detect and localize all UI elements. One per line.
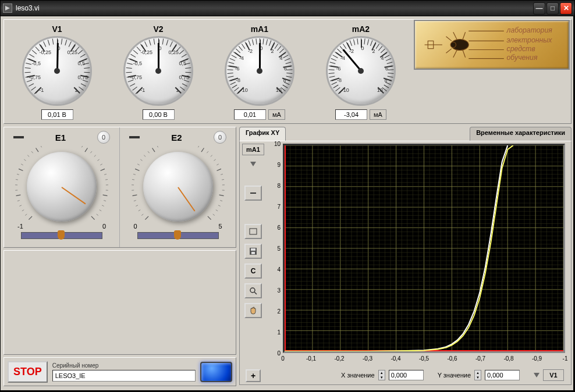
- svg-line-85: [201, 148, 204, 152]
- gauge-unit[interactable]: мА: [370, 109, 386, 120]
- svg-line-21: [22, 210, 24, 211]
- svg-line-90: [216, 169, 221, 170]
- svg-line-8: [463, 32, 466, 40]
- gauge-readout: 0,00 B: [143, 109, 175, 120]
- clear-button[interactable]: C: [244, 263, 262, 279]
- logo-plate: лаборатория электронных средств обучения: [414, 20, 570, 70]
- save-icon: [249, 247, 258, 256]
- x-axis-ticks: 0-0,1-0,2-0,3-0,4-0,5-0,6-0,7-0,8-0,9-1: [283, 354, 565, 367]
- knob-slider[interactable]: [137, 232, 219, 239]
- svg-line-100: [207, 216, 211, 220]
- graph-tabs: График XY Временные характеристики: [239, 127, 572, 141]
- maximize-button[interactable]: □: [546, 2, 559, 15]
- plot-wrapper: 012345678910 0-0,1-0,2-0,3-0,4-0,5-0,6-0…: [267, 141, 571, 384]
- svg-line-23: [17, 200, 20, 201]
- empty-panel: [3, 250, 236, 355]
- svg-line-9: [453, 50, 457, 58]
- knob-dial[interactable]: [27, 152, 97, 222]
- status-led: [200, 362, 232, 382]
- svg-text:электронных: электронных: [507, 36, 553, 44]
- knob-min: -1: [17, 223, 23, 230]
- app-icon: [3, 3, 12, 13]
- svg-line-76: [157, 146, 158, 147]
- svg-line-5: [446, 37, 451, 41]
- y-stepper[interactable]: ▲▼: [474, 370, 481, 380]
- gauge-face: -1-0,75-0,5-0,2500,250,50,751: [22, 36, 92, 106]
- x-axis-selector[interactable]: V1: [543, 369, 564, 381]
- chevron-down-icon[interactable]: [534, 373, 539, 377]
- gauge-readout: -3,04: [335, 109, 367, 120]
- add-plot-button[interactable]: +: [246, 369, 261, 382]
- svg-text:лаборатория: лаборатория: [506, 26, 553, 34]
- svg-point-106: [250, 288, 255, 293]
- svg-rect-102: [250, 229, 257, 234]
- svg-line-24: [16, 195, 21, 196]
- chevron-down-icon[interactable]: [250, 162, 256, 166]
- svg-line-70: [135, 169, 139, 170]
- gauge-face: -10-8-6-4-20246810: [225, 36, 294, 106]
- knob-max: 0: [102, 223, 106, 230]
- svg-line-57: [100, 210, 101, 211]
- tab-xy[interactable]: График XY: [239, 127, 286, 141]
- svg-rect-104: [251, 248, 255, 251]
- svg-line-97: [218, 205, 221, 206]
- svg-line-55: [104, 200, 106, 201]
- knob-indicator: 0: [97, 131, 110, 144]
- svg-line-74: [148, 151, 150, 153]
- slider-thumb[interactable]: [174, 230, 181, 240]
- gauge-v2: V2 -1-0,75-0,5-0,2500,250,50,751 0,00 B: [109, 24, 208, 120]
- pan-button[interactable]: [244, 303, 262, 318]
- tab-time[interactable]: Временные характеристики: [470, 127, 572, 141]
- svg-line-34: [36, 148, 38, 152]
- svg-line-44: [85, 148, 87, 152]
- gauge-label: mA1: [210, 24, 309, 34]
- knob-max: 5: [218, 223, 222, 230]
- knob-title: E1: [55, 133, 66, 142]
- svg-line-30: [21, 164, 23, 165]
- svg-line-65: [132, 195, 137, 196]
- svg-line-75: [152, 148, 154, 152]
- fit-button[interactable]: [244, 186, 262, 201]
- x-stepper[interactable]: ▲▼: [378, 370, 385, 380]
- plot-canvas[interactable]: [283, 144, 565, 353]
- minimize-button[interactable]: —: [533, 2, 545, 15]
- close-button[interactable]: ✕: [560, 2, 572, 15]
- graph-area: График XY Временные характеристики mA1 C: [239, 127, 572, 386]
- gauge-face: -10-8-6-4-20246810: [326, 36, 396, 106]
- svg-line-58: [97, 214, 98, 215]
- svg-line-72: [140, 159, 142, 161]
- serial-input[interactable]: [52, 370, 196, 382]
- zoom-button[interactable]: [244, 283, 262, 298]
- stop-button[interactable]: STOP: [8, 361, 48, 383]
- knob-pointer: [61, 187, 86, 204]
- svg-rect-105: [251, 252, 255, 254]
- svg-line-27: [16, 179, 18, 180]
- gauges-panel: V1 -1-0,75-0,5-0,2500,250,50,751 0,01 B …: [3, 19, 572, 124]
- svg-rect-101: [250, 193, 256, 194]
- slider-thumb[interactable]: [58, 230, 65, 240]
- knob-dial[interactable]: [143, 152, 213, 222]
- svg-line-35: [41, 146, 42, 147]
- gauge-label: V1: [8, 24, 107, 34]
- svg-marker-0: [5, 6, 10, 10]
- svg-line-71: [137, 164, 139, 165]
- svg-line-73: [144, 155, 145, 157]
- svg-line-99: [212, 214, 214, 215]
- x-coord-label: X значение: [341, 372, 375, 379]
- zoom-icon: [249, 286, 258, 295]
- save-button[interactable]: [244, 244, 262, 259]
- svg-line-89: [216, 164, 218, 165]
- svg-line-59: [91, 216, 95, 220]
- svg-line-45: [90, 151, 92, 153]
- knob-slider[interactable]: [21, 232, 102, 239]
- gauge-unit[interactable]: мА: [268, 109, 285, 120]
- svg-line-69: [133, 174, 136, 174]
- svg-line-63: [136, 205, 138, 206]
- svg-line-22: [19, 205, 22, 206]
- y-coord-input[interactable]: [485, 370, 520, 380]
- x-coord-input[interactable]: [389, 370, 424, 380]
- y-axis-selector[interactable]: mA1: [242, 144, 264, 155]
- rect-select-button[interactable]: [244, 224, 262, 239]
- svg-line-48: [100, 164, 102, 165]
- svg-line-88: [214, 159, 215, 161]
